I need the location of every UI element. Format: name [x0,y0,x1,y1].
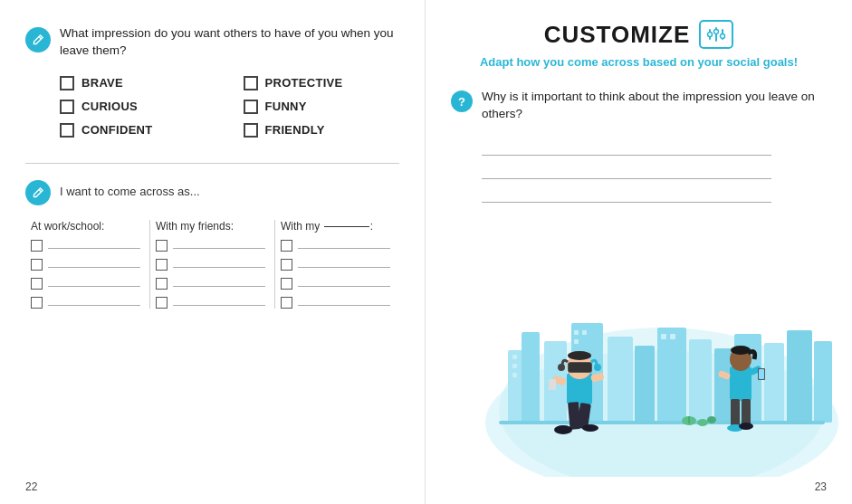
checkbox-brave-box[interactable] [60,76,74,90]
c1r3-line [48,286,140,287]
c2r3-box[interactable] [156,278,168,290]
svg-point-37 [554,425,572,434]
illustration-svg [481,269,843,477]
c2r1-box[interactable] [156,240,168,252]
c3r3-line [298,286,390,287]
svg-point-43 [594,364,601,371]
svg-rect-22 [512,364,517,368]
svg-rect-47 [549,379,556,390]
checkbox-funny[interactable]: FUNNY [244,100,400,114]
col3-row4 [281,297,390,309]
col2-row3 [156,278,265,290]
svg-point-38 [582,424,598,432]
c1r2-box[interactable] [31,259,43,271]
svg-rect-41 [569,363,591,372]
col1-header: At work/school: [31,220,140,233]
checkbox-confident-label: CONFIDENT [81,123,153,137]
col1-rows [31,240,140,309]
c3r1-line [298,248,390,249]
col2-header: With my friends: [156,220,265,233]
col2-row4 [156,297,265,309]
left-page: What impression do you want others to ha… [0,0,426,504]
c3r4-line [298,305,390,306]
columns-section: At work/school: With my friends: With my… [25,220,399,309]
want-block: I want to come across as... [25,178,399,205]
right-page: CUSTOMIZE Adapt how you come across base… [426,0,852,504]
c3r1-box[interactable] [281,240,292,252]
checkbox-curious-box[interactable] [60,100,74,114]
c1r4-box[interactable] [31,297,43,309]
svg-point-54 [731,346,751,355]
c1r1-box[interactable] [31,240,43,252]
answer-line-1 [482,136,771,156]
svg-rect-28 [670,334,675,339]
col1-row1 [31,240,140,252]
checkbox-friendly[interactable]: FRIENDLY [244,123,400,138]
c3r3-box[interactable] [281,278,292,290]
svg-rect-31 [688,416,690,423]
svg-point-42 [558,364,565,371]
svg-rect-13 [635,346,655,423]
checkbox-protective-label: PROTECTIVE [265,76,343,90]
answer-line-2 [482,159,771,179]
checkbox-brave[interactable]: BRAVE [60,76,216,90]
c2r4-box[interactable] [156,297,168,309]
svg-rect-29 [499,421,825,424]
c3r2-box[interactable] [281,259,292,271]
svg-rect-19 [787,330,812,423]
svg-rect-23 [512,373,517,377]
c2r1-line [173,248,265,249]
svg-rect-21 [512,355,517,359]
checkbox-brave-label: BRAVE [81,76,123,90]
svg-rect-27 [661,334,666,339]
col1-row3 [31,278,140,290]
illustration [481,269,843,477]
col2-rows [156,240,265,309]
checkbox-protective-box[interactable] [244,76,258,90]
c3r4-box[interactable] [281,297,292,309]
svg-rect-24 [574,330,579,335]
question-block-right: ? Why is it important to think about the… [451,89,827,123]
col-friends: With my friends: [150,220,275,309]
col2-row2 [156,259,265,271]
c2r3-line [173,286,265,287]
col2-row1 [156,240,265,252]
svg-point-32 [697,419,708,426]
checkbox-friendly-box[interactable] [244,123,258,138]
col-work: At work/school: [25,220,150,309]
svg-point-52 [739,423,753,430]
col3-header: With my : [281,220,390,233]
c1r4-line [48,305,140,306]
c2r2-line [173,267,265,268]
svg-point-33 [707,416,716,423]
col-custom: With my : [275,220,399,309]
question-icon: ? [451,90,473,112]
customize-header: CUSTOMIZE [451,20,827,49]
checkbox-grid: BRAVE PROTECTIVE CURIOUS FUNNY CONFIDENT… [60,76,399,138]
svg-point-5 [721,34,725,39]
col1-row4 [31,297,140,309]
c1r3-box[interactable] [31,278,43,290]
svg-rect-25 [582,330,587,335]
checkbox-protective[interactable]: PROTECTIVE [244,76,400,90]
svg-rect-50 [742,399,751,426]
answer-lines [482,136,827,203]
svg-point-3 [708,33,713,37]
c3r2-line [298,267,390,268]
svg-rect-9 [522,332,540,423]
checkbox-confident[interactable]: CONFIDENT [60,123,216,138]
customize-icon [699,20,733,49]
svg-rect-15 [689,339,712,423]
edit-icon [25,27,51,52]
adapt-text: Adapt how you come across based on your … [451,54,827,71]
svg-rect-20 [814,341,832,423]
svg-rect-58 [759,369,764,379]
checkbox-funny-box[interactable] [244,100,258,114]
checkbox-curious[interactable]: CURIOUS [60,100,216,114]
c2r2-box[interactable] [156,259,168,271]
checkbox-confident-box[interactable] [60,123,74,138]
adapt-highlight: Adapt [480,55,513,69]
right-question-text: Why is it important to think about the i… [482,89,827,123]
c1r1-line [48,248,140,249]
right-page-number: 23 [815,480,827,493]
